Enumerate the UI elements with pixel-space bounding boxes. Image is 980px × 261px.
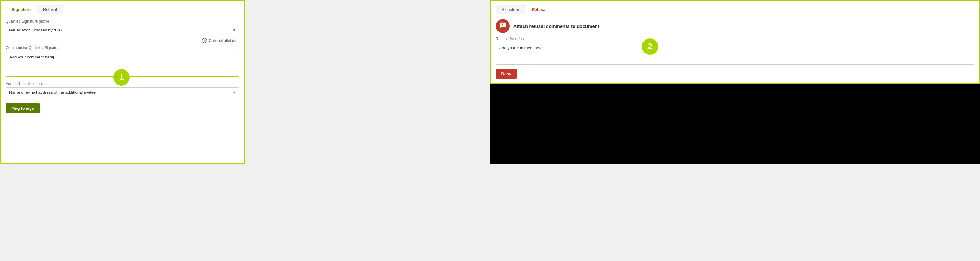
- flag-to-sign-button[interactable]: Flag to sign: [6, 103, 40, 113]
- refusal-comment-textarea[interactable]: Add your comment here.: [496, 43, 975, 65]
- profile-select-wrapper: Neues Profil (chosen by rule) ▼: [6, 25, 239, 35]
- tab-signature-right[interactable]: Signature: [496, 5, 525, 14]
- right-top-panel: Signature Refusal Attach refusal comment…: [490, 0, 980, 84]
- tab-refusal-left[interactable]: Refusal: [37, 5, 63, 14]
- right-tabs: Signature Refusal: [496, 5, 975, 14]
- tab-signature-left[interactable]: Signature: [6, 5, 37, 14]
- refusal-title: Attach refusal comments to document: [514, 24, 599, 29]
- signers-select[interactable]: Name or e-mail address of the additional…: [6, 88, 239, 97]
- reason-label: Reason for refusal: [496, 37, 975, 41]
- badge-1: 1: [113, 69, 130, 86]
- right-bottom-black-area: [490, 84, 980, 164]
- optional-circle-icon: ☉: [202, 38, 207, 43]
- comment-label: Comment for Qualified Signature: [6, 46, 239, 50]
- optional-attributes-row[interactable]: ☉ Optional attributes: [6, 38, 239, 43]
- left-tabs: Signature Refusal: [6, 5, 239, 14]
- profile-select[interactable]: Neues Profil (chosen by rule): [6, 25, 239, 35]
- tab-refusal-right[interactable]: Refusal: [526, 5, 552, 14]
- badge-2: 2: [642, 38, 658, 55]
- refusal-comment-icon: [499, 22, 506, 30]
- deny-button[interactable]: Deny: [496, 69, 517, 79]
- refusal-header: Attach refusal comments to document: [496, 19, 975, 33]
- optional-attributes-label: Optional attributes: [208, 38, 239, 43]
- profile-label: Qualified Signature profile: [6, 19, 239, 24]
- signers-select-wrapper: Name or e-mail address of the additional…: [6, 88, 239, 97]
- refusal-icon-circle: [496, 19, 510, 33]
